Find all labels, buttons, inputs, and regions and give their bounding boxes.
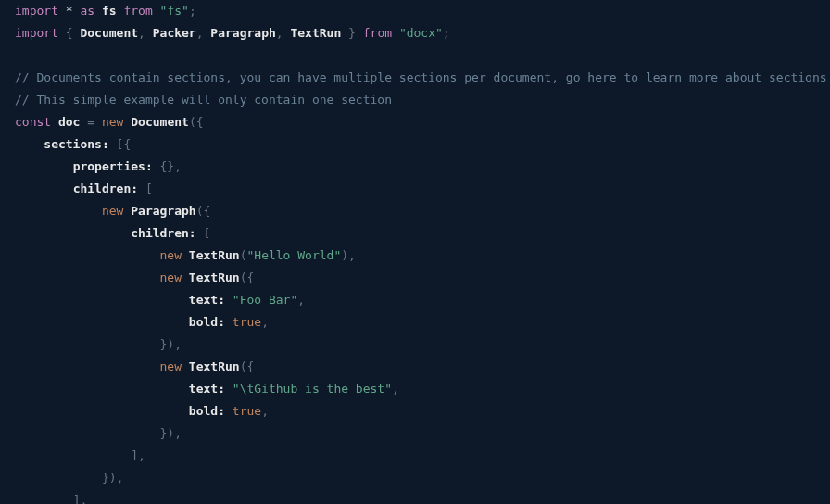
keyword-new: new <box>160 248 182 262</box>
code-line: }), <box>15 467 815 489</box>
parens: ({ <box>240 359 255 373</box>
indent <box>15 137 44 151</box>
identifier: doc <box>58 115 80 129</box>
property: text: <box>189 382 225 396</box>
property: children: <box>73 182 138 195</box>
identifier: fs <box>102 4 117 18</box>
semicolon: ; <box>443 26 450 40</box>
class-name: TextRun <box>189 271 240 284</box>
code-line: // Documents contain sections, you can h… <box>15 67 815 89</box>
space <box>225 404 233 418</box>
code-line: // This simple example will only contain… <box>15 89 815 111</box>
equals: = <box>80 115 101 129</box>
string-literal: "docx" <box>399 26 443 40</box>
bracket: [ <box>138 182 153 195</box>
keyword-from: from <box>123 4 152 18</box>
indent <box>15 404 189 418</box>
keyword-as: as <box>80 4 94 18</box>
close-brace: }), <box>160 426 182 440</box>
code-line: const doc = new Document({ <box>15 111 815 133</box>
braces: {}, <box>153 159 182 173</box>
comma: , <box>261 404 269 418</box>
code-line: }), <box>15 422 815 445</box>
indent <box>15 493 73 504</box>
close-brace: }), <box>102 471 123 485</box>
comma: , <box>196 26 211 40</box>
comma: , <box>261 315 269 329</box>
indent <box>15 182 73 195</box>
code-line: sections: [{ <box>15 133 815 156</box>
comment: // This simple example will only contain… <box>15 93 392 107</box>
indent <box>15 271 160 284</box>
parens: ({ <box>189 115 204 129</box>
code-line: new TextRun({ <box>15 356 815 378</box>
identifier: TextRun <box>290 26 341 40</box>
string-literal: "fs" <box>160 4 189 18</box>
close-bracket: ], <box>73 493 88 504</box>
code-line: import { Document, Packer, Paragraph, Te… <box>15 22 815 44</box>
code-line: ], <box>15 489 815 504</box>
brace: } <box>341 26 356 40</box>
code-line: children: [ <box>15 178 815 200</box>
property: properties: <box>73 159 153 173</box>
keyword-from: from <box>363 26 392 40</box>
indent <box>15 382 189 396</box>
code-line: import * as fs from "fs"; <box>15 0 815 22</box>
code-line <box>15 44 815 67</box>
indent <box>15 448 131 462</box>
semicolon: ; <box>189 4 196 18</box>
property: bold: <box>189 404 225 418</box>
code-line: text: "Foo Bar", <box>15 289 815 311</box>
indent <box>15 426 160 440</box>
code-block: import * as fs from "fs";import { Docume… <box>15 0 815 504</box>
parens: ({ <box>196 204 211 218</box>
code-line: new TextRun({ <box>15 267 815 289</box>
comma: , <box>392 382 399 396</box>
indent <box>15 315 189 329</box>
string-literal: "\tGithub is the best" <box>225 382 392 396</box>
keyword-const: const <box>15 115 51 129</box>
indent <box>15 159 73 173</box>
identifier: Paragraph <box>210 26 275 40</box>
class-name: Document <box>131 115 189 129</box>
property: children: <box>131 226 195 240</box>
close-brace: }), <box>160 337 182 351</box>
keyword-new: new <box>160 359 182 373</box>
identifier: Document <box>80 26 138 40</box>
property: sections: <box>44 137 108 151</box>
code-line: new TextRun("Hello World"), <box>15 245 815 267</box>
class-name: TextRun <box>189 248 240 262</box>
indent <box>15 248 160 262</box>
comment: // Documents contain sections, you can h… <box>15 70 827 84</box>
brace: { <box>66 26 81 40</box>
indent <box>15 204 102 218</box>
comma: , <box>297 293 305 307</box>
keyword-import: import <box>15 4 58 18</box>
close-bracket: ], <box>131 448 145 462</box>
class-name: TextRun <box>189 359 240 373</box>
parens: ({ <box>240 271 255 284</box>
code-line: new Paragraph({ <box>15 200 815 222</box>
space <box>225 315 233 329</box>
code-line: ], <box>15 445 815 467</box>
code-line: properties: {}, <box>15 156 815 178</box>
comma: , <box>138 26 153 40</box>
code-line: children: [ <box>15 222 815 245</box>
code-line: }), <box>15 334 815 356</box>
boolean: true <box>233 404 261 418</box>
keyword-new: new <box>102 204 123 218</box>
boolean: true <box>233 315 261 329</box>
keyword-new: new <box>160 271 182 284</box>
indent <box>15 293 189 307</box>
code-line: bold: true, <box>15 400 815 422</box>
code-line: text: "\tGithub is the best", <box>15 378 815 400</box>
identifier: Packer <box>153 26 196 40</box>
property: text: <box>189 293 225 307</box>
keyword-new: new <box>102 115 123 129</box>
bracket: [ <box>196 226 211 240</box>
indent <box>15 337 160 351</box>
string-literal: "Hello World" <box>246 248 341 262</box>
star-operator: * <box>66 4 73 18</box>
keyword-import: import <box>15 26 58 40</box>
code-line: bold: true, <box>15 311 815 334</box>
